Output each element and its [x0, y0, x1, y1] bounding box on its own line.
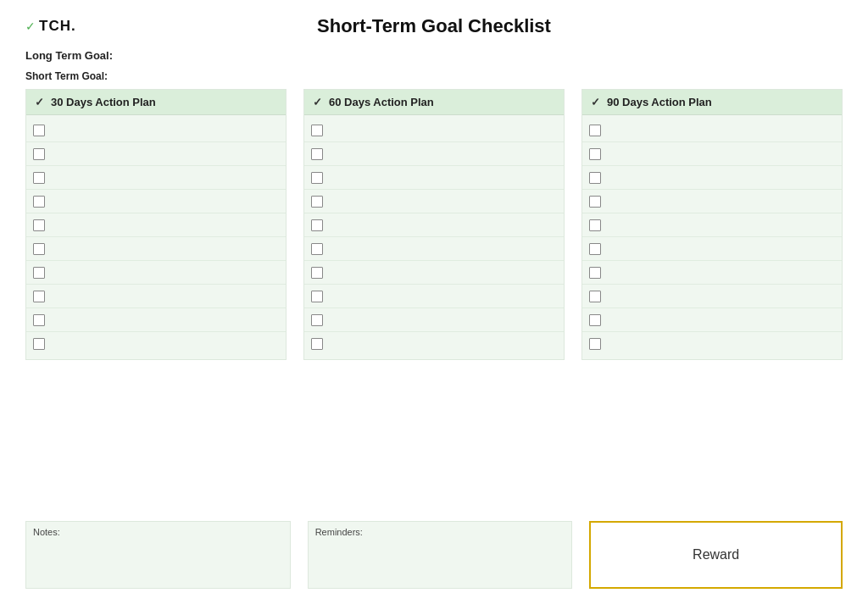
short-term-goal-section: Short Term Goal: ✓ 30 Days Action Plan [25, 70, 843, 375]
reminders-box[interactable]: Reminders: [308, 521, 573, 589]
row-text[interactable] [608, 243, 835, 255]
checkbox[interactable] [33, 172, 45, 184]
checkbox[interactable] [33, 338, 45, 350]
checkbox[interactable] [311, 148, 323, 160]
row-text[interactable] [608, 172, 835, 184]
row-text[interactable] [52, 314, 279, 326]
column-90-header: ✓ 90 Days Action Plan [582, 90, 842, 115]
check-icon-60: ✓ [313, 96, 322, 108]
table-row [582, 166, 842, 190]
column-60-header: ✓ 60 Days Action Plan [304, 90, 564, 115]
row-text[interactable] [330, 148, 557, 160]
row-text[interactable] [52, 196, 279, 208]
row-text[interactable] [330, 291, 557, 302]
row-text[interactable] [52, 338, 279, 350]
table-row [582, 142, 842, 166]
row-text[interactable] [330, 196, 557, 208]
row-text[interactable] [52, 291, 279, 302]
table-row [304, 119, 564, 142]
checkbox[interactable] [33, 314, 45, 326]
table-row [304, 261, 564, 285]
checkbox[interactable] [589, 243, 601, 255]
row-text[interactable] [608, 291, 835, 302]
row-text[interactable] [608, 148, 835, 160]
table-row [582, 119, 842, 142]
row-text[interactable] [330, 125, 557, 136]
checkbox[interactable] [589, 125, 601, 136]
logo-text: TCH. [39, 18, 76, 35]
short-term-goal-label: Short Term Goal: [25, 70, 843, 82]
logo-check-icon: ✓ [25, 19, 36, 33]
row-text[interactable] [608, 196, 835, 208]
checkbox[interactable] [589, 267, 601, 279]
row-text[interactable] [608, 338, 835, 350]
checkbox[interactable] [311, 267, 323, 279]
checkbox[interactable] [33, 219, 45, 231]
table-row [304, 166, 564, 190]
column-30-days: ✓ 30 Days Action Plan [25, 89, 287, 360]
checkbox[interactable] [311, 314, 323, 326]
notes-box[interactable]: Notes: [25, 521, 291, 589]
checkbox[interactable] [311, 196, 323, 208]
checkbox[interactable] [311, 219, 323, 231]
row-text[interactable] [608, 314, 835, 326]
table-row [26, 142, 286, 166]
checkbox[interactable] [589, 314, 601, 326]
row-text[interactable] [52, 148, 279, 160]
checkbox[interactable] [33, 148, 45, 160]
row-text[interactable] [330, 219, 557, 231]
column-90-title: 90 Days Action Plan [607, 96, 712, 108]
long-term-goal-section: Long Term Goal: [25, 49, 843, 62]
reward-box[interactable]: Reward [589, 521, 843, 589]
row-text[interactable] [330, 243, 557, 255]
row-text[interactable] [52, 125, 279, 136]
row-text[interactable] [330, 338, 557, 350]
logo-area: ✓ TCH. [25, 18, 76, 35]
row-text[interactable] [608, 267, 835, 279]
checkbox[interactable] [33, 291, 45, 302]
checkbox[interactable] [589, 196, 601, 208]
row-text[interactable] [608, 125, 835, 136]
column-30-title: 30 Days Action Plan [51, 96, 156, 108]
checkbox[interactable] [311, 172, 323, 184]
page-title: Short-Term Goal Checklist [317, 15, 551, 37]
checkbox[interactable] [33, 125, 45, 136]
checkbox-list-90 [582, 115, 842, 359]
table-row [304, 142, 564, 166]
row-text[interactable] [52, 267, 279, 279]
row-text[interactable] [52, 172, 279, 184]
column-60-title: 60 Days Action Plan [329, 96, 434, 108]
row-text[interactable] [330, 172, 557, 184]
row-text[interactable] [52, 243, 279, 255]
column-30-header: ✓ 30 Days Action Plan [26, 90, 286, 115]
table-row [304, 332, 564, 356]
checkbox[interactable] [589, 291, 601, 302]
checkbox[interactable] [589, 219, 601, 231]
checkbox[interactable] [589, 338, 601, 350]
table-row [26, 261, 286, 285]
table-row [304, 237, 564, 261]
row-text[interactable] [608, 219, 835, 231]
checkbox[interactable] [33, 196, 45, 208]
checkbox[interactable] [589, 148, 601, 160]
checkbox[interactable] [311, 125, 323, 136]
check-icon-30: ✓ [35, 96, 44, 108]
checkbox[interactable] [311, 243, 323, 255]
checkbox[interactable] [33, 243, 45, 255]
checkbox[interactable] [33, 267, 45, 279]
notes-label: Notes: [33, 527, 283, 537]
row-text[interactable] [330, 267, 557, 279]
checkbox-list-60 [304, 115, 564, 359]
table-row [26, 166, 286, 190]
check-icon-90: ✓ [591, 96, 600, 108]
column-60-days: ✓ 60 Days Action Plan [303, 89, 565, 360]
checkbox[interactable] [589, 172, 601, 184]
row-text[interactable] [330, 314, 557, 326]
row-text[interactable] [52, 219, 279, 231]
checkbox[interactable] [311, 338, 323, 350]
table-row [582, 261, 842, 285]
table-row [26, 237, 286, 261]
table-row [26, 332, 286, 356]
table-row [582, 237, 842, 261]
checkbox[interactable] [311, 291, 323, 302]
